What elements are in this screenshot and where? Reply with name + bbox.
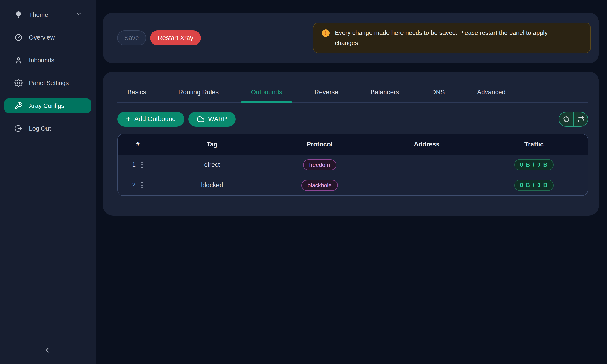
tab-dns[interactable]: DNS xyxy=(421,85,455,102)
tab-outbounds[interactable]: Outbounds xyxy=(241,85,292,102)
warp-label: WARP xyxy=(208,116,227,123)
restart-xray-button[interactable]: Restart Xray xyxy=(150,30,201,46)
warning-alert-message: Every change made here needs to be saved… xyxy=(335,28,569,48)
sidebar-item-label: Xray Configs xyxy=(29,102,64,109)
traffic-badge: 0 B / 0 B xyxy=(514,159,554,170)
table-header-row: # Tag Protocol Address Traffic xyxy=(118,134,588,155)
sidebar-item-overview[interactable]: Overview xyxy=(0,30,91,45)
tab-reverse[interactable]: Reverse xyxy=(304,85,348,102)
sidebar-item-panel-settings[interactable]: Panel Settings xyxy=(0,75,91,91)
tab-balancers[interactable]: Balancers xyxy=(361,85,409,102)
sidebar-item-label: Theme xyxy=(29,11,48,18)
column-header-num: # xyxy=(118,134,158,155)
table-row: 1 direct freedom 0 B / 0 B xyxy=(118,155,588,175)
protocol-badge: freedom xyxy=(303,159,336,170)
save-button[interactable]: Save xyxy=(117,30,146,46)
column-header-address: Address xyxy=(373,134,481,155)
sidebar-item-log-out[interactable]: Log Out xyxy=(0,121,91,136)
wrench-icon xyxy=(14,102,23,110)
tab-advanced[interactable]: Advanced xyxy=(467,85,515,102)
sync-icon xyxy=(563,116,570,123)
sidebar-collapse-button[interactable] xyxy=(41,344,54,357)
sidebar-item-label: Inbounds xyxy=(29,57,54,64)
repeat-icon xyxy=(577,116,584,123)
column-header-tag: Tag xyxy=(158,134,266,155)
table-refresh-group xyxy=(559,112,588,127)
outbounds-table: # Tag Protocol Address Traffic 1 xyxy=(117,134,588,196)
row-address xyxy=(373,175,481,195)
tab-basics[interactable]: Basics xyxy=(117,85,156,102)
cloud-icon xyxy=(197,116,204,123)
column-header-protocol: Protocol xyxy=(266,134,373,155)
chevron-down-icon xyxy=(76,11,82,19)
gear-icon xyxy=(14,79,23,87)
xray-config-card: Basics Routing Rules Outbounds Reverse B… xyxy=(103,72,599,216)
chevron-left-icon xyxy=(44,347,51,355)
user-icon xyxy=(14,56,23,65)
add-outbound-button[interactable]: + Add Outbound xyxy=(117,112,184,127)
logout-icon xyxy=(14,124,23,133)
refresh-button[interactable] xyxy=(559,112,573,126)
dashboard-gauge-icon xyxy=(14,33,23,42)
sidebar-item-label: Panel Settings xyxy=(29,79,69,87)
sidebar: Theme Overview Inbounds xyxy=(0,0,95,364)
plus-icon: + xyxy=(126,115,131,123)
row-menu-icon[interactable] xyxy=(140,161,144,169)
table-row: 2 blocked blackhole 0 B / 0 B xyxy=(118,175,588,195)
row-menu-icon[interactable] xyxy=(140,181,144,189)
warning-icon: ! xyxy=(322,29,330,37)
lightbulb-icon xyxy=(14,11,23,19)
toolbar-button-group: Save Restart Xray xyxy=(117,30,201,46)
sidebar-item-inbounds[interactable]: Inbounds xyxy=(0,52,91,68)
sidebar-item-label: Overview xyxy=(29,34,54,41)
tab-routing-rules[interactable]: Routing Rules xyxy=(169,85,229,102)
sidebar-item-xray-configs[interactable]: Xray Configs xyxy=(4,98,91,113)
row-tag: blocked xyxy=(158,175,266,195)
main-content: Save Restart Xray ! Every change made he… xyxy=(95,0,607,364)
protocol-badge: blackhole xyxy=(301,180,338,191)
warning-alert: ! Every change made here needs to be sav… xyxy=(313,23,591,53)
reload-button[interactable] xyxy=(573,112,588,126)
row-index: 1 xyxy=(132,161,136,169)
column-header-traffic: Traffic xyxy=(480,134,588,155)
row-address xyxy=(373,155,481,175)
outbounds-actions-row: + Add Outbound WARP xyxy=(117,112,588,127)
row-index: 2 xyxy=(132,182,136,189)
traffic-badge: 0 B / 0 B xyxy=(514,180,554,191)
app-root: Theme Overview Inbounds xyxy=(0,0,607,364)
sidebar-item-theme[interactable]: Theme xyxy=(0,7,91,22)
toolbar-card: Save Restart Xray ! Every change made he… xyxy=(103,13,599,63)
sidebar-item-label: Log Out xyxy=(29,125,51,132)
add-outbound-label: Add Outbound xyxy=(134,116,176,123)
warp-button[interactable]: WARP xyxy=(188,112,236,127)
config-tabs: Basics Routing Rules Outbounds Reverse B… xyxy=(117,85,588,103)
row-tag: direct xyxy=(158,155,266,175)
